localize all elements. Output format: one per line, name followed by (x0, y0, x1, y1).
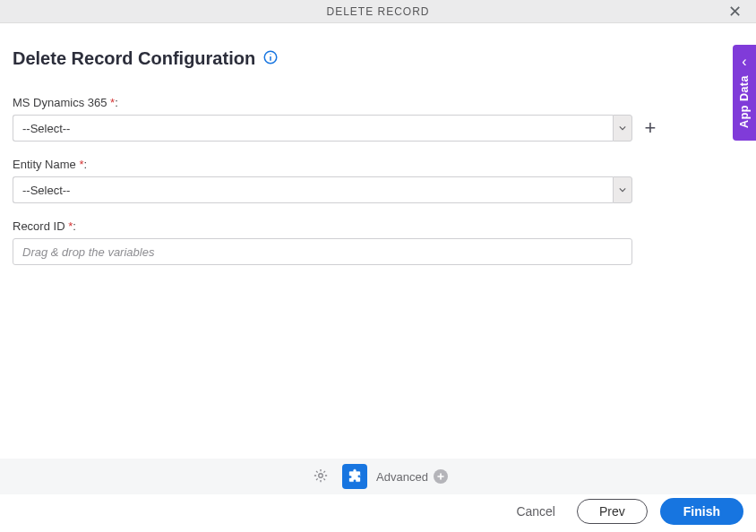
prev-button[interactable]: Prev (577, 499, 648, 524)
extension-tab-button[interactable] (342, 464, 367, 489)
label-record-id-text: Record ID (13, 219, 68, 233)
required-indicator: * (110, 96, 115, 109)
caret-ms-dynamics[interactable] (613, 115, 632, 142)
select-entity-name[interactable] (13, 176, 632, 203)
dialog-title: DELETE RECORD (326, 5, 429, 18)
add-connection-button[interactable]: + (641, 119, 659, 137)
cancel-button[interactable]: Cancel (507, 499, 564, 524)
config-body: Delete Record Configuration MS Dynamics … (0, 23, 756, 265)
label-entity-name-text: Entity Name (13, 158, 79, 171)
field-ms-dynamics: MS Dynamics 365 *: + (13, 96, 743, 142)
app-data-panel-toggle[interactable]: ‹ App Data (733, 45, 756, 141)
select-ms-dynamics[interactable] (13, 115, 632, 142)
field-record-id: Record ID *: (13, 219, 743, 265)
svg-point-3 (319, 473, 323, 477)
dialog-header: DELETE RECORD ✕ (0, 0, 756, 23)
chevron-left-icon: ‹ (742, 54, 746, 70)
info-icon[interactable] (262, 49, 279, 69)
expand-icon (434, 469, 448, 484)
field-row-entity-name (13, 176, 743, 203)
footer-strip: Advanced (0, 459, 756, 494)
finish-button[interactable]: Finish (660, 498, 743, 525)
advanced-toggle[interactable]: Advanced (376, 469, 448, 484)
field-entity-name: Entity Name *: (13, 158, 743, 203)
gear-icon (313, 468, 329, 486)
input-record-id[interactable] (13, 238, 632, 265)
close-icon: ✕ (728, 3, 742, 21)
select-input-ms-dynamics[interactable] (13, 115, 613, 142)
field-row-ms-dynamics: + (13, 115, 743, 142)
action-bar: Cancel Prev Finish (507, 498, 743, 525)
plus-icon: + (645, 118, 657, 138)
puzzle-icon (347, 468, 363, 486)
settings-tab-button[interactable] (308, 464, 333, 489)
required-indicator: * (79, 158, 83, 171)
required-indicator: * (68, 219, 73, 233)
advanced-label: Advanced (376, 470, 428, 484)
section-title: Delete Record Configuration (13, 48, 255, 69)
label-ms-dynamics: MS Dynamics 365 *: (13, 96, 743, 109)
label-entity-name: Entity Name *: (13, 158, 743, 171)
select-input-entity-name[interactable] (13, 176, 613, 203)
close-button[interactable]: ✕ (723, 2, 747, 21)
svg-point-2 (271, 54, 271, 55)
label-ms-dynamics-text: MS Dynamics 365 (13, 96, 110, 109)
label-record-id: Record ID *: (13, 219, 743, 233)
app-data-label: App Data (738, 75, 751, 128)
section-heading: Delete Record Configuration (13, 48, 743, 69)
caret-entity-name[interactable] (613, 176, 632, 203)
